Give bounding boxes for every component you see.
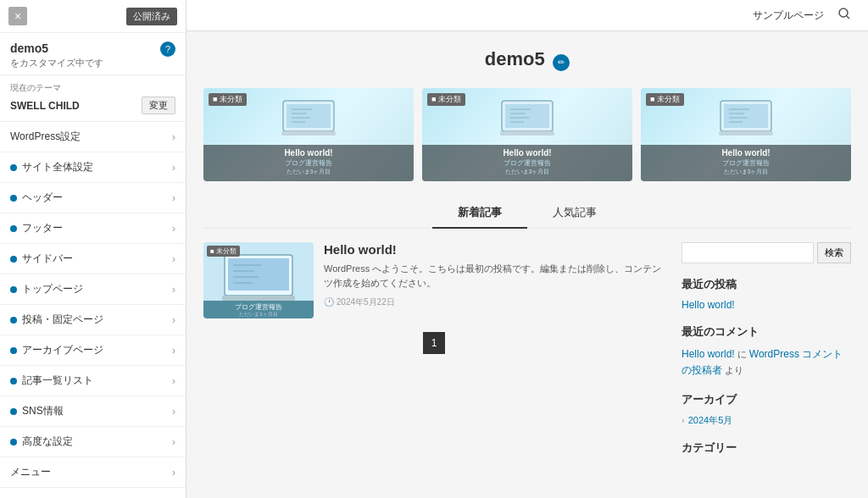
sidebar-item-label: WordPress設定 [10,130,81,144]
svg-text:ただいま3ヶ月目: ただいま3ヶ月目 [239,312,277,317]
sidebar-item-header[interactable]: ヘッダー › [0,183,186,213]
sidebar-item-article-list[interactable]: 記事一覧リスト › [0,366,186,396]
svg-rect-14 [500,131,554,136]
sidebar-item-footer[interactable]: フッター › [0,213,186,244]
sidebar-item-label: トップページ [22,282,83,296]
thumb-badge: ■ 未分類 [207,246,240,257]
slider-card-3[interactable]: ■ 未分類 Hello world! ブログ運営報告ただいま3ヶ月目 [641,88,851,181]
comment-post-link[interactable]: Hello world! [682,348,735,360]
sidebar-item-wordpress[interactable]: WordPress設定 › [0,122,186,152]
svg-rect-21 [719,131,773,136]
search-input[interactable] [682,242,814,263]
chevron-icon: › [172,131,175,143]
card-badge-1: ■ 未分類 [209,93,247,106]
card-title-1: Hello world! [207,148,410,158]
content-layout: ■ 未分類 ブロ [203,242,851,462]
chevron-icon: › [172,253,175,265]
help-icon[interactable]: ? [160,42,175,57]
site-title: demo5 [485,48,545,70]
clock-icon: 🕐 [324,297,334,307]
sidebar-item-label: 記事一覧リスト [22,374,93,388]
dot-icon [10,225,17,232]
svg-rect-20 [724,104,768,128]
dot-icon [10,378,17,385]
recent-post-link[interactable]: Hello world! [682,299,851,311]
sample-page-link[interactable]: サンプルページ [753,8,824,23]
site-info: ? demo5 をカスタマイズ中です [0,33,186,75]
topbar: サンプルページ [186,0,868,31]
theme-name: SWELL CHILD [10,100,80,112]
chevron-icon: › [172,406,175,418]
sidebar-item-label: 投稿・固定ページ [22,313,103,327]
preview-area: demo5 ✏ ■ 未分類 [186,31,868,498]
slider-card-1[interactable]: ■ 未分類 Hello world! ブログ運営報告ただいま [203,88,414,181]
sidebar-item-label: ヘッダー [22,191,63,205]
sidebar-item-widget[interactable]: ウィジェット › [0,488,186,498]
svg-point-3 [839,8,848,17]
card-text-box-3: Hello world! ブログ運営報告ただいま3ヶ月目 [641,145,851,181]
menu-section: WordPress設定 › サイト全体設定 › ヘッダー › フッター › [0,122,186,498]
dot-icon [10,317,17,324]
archive-arrow-icon: › [682,415,685,425]
change-theme-button[interactable]: 変更 [142,97,175,114]
site-name: demo5 [10,42,175,55]
dot-icon [10,256,17,263]
svg-rect-28 [228,258,289,290]
search-submit-button[interactable]: 検索 [817,242,851,263]
sidebar-item-label: フッター [22,221,63,235]
theme-row: SWELL CHILD 変更 [10,97,175,114]
dot-icon [10,347,17,354]
sidebar-item-label: 高度な設定 [22,434,73,449]
article-thumbnail: ■ 未分類 ブロ [203,242,314,318]
recent-comment-text: Hello world! に WordPress コメントの投稿者 より [682,346,851,379]
svg-text:ブログ運営報告: ブログ運営報告 [235,303,282,311]
tab-popular-articles[interactable]: 人気記事 [527,198,622,229]
article-card: ■ 未分類 ブロ [203,242,665,318]
sidebar-item-advanced[interactable]: 高度な設定 › [0,427,186,457]
sidebar-item-label: アーカイブページ [22,343,103,357]
archive-title: アーカイブ [682,392,851,407]
sidebar-item-label: サイドバー [22,252,73,266]
svg-rect-6 [287,104,331,128]
sidebar-item-label: SNS情報 [22,404,64,418]
tab-new-articles[interactable]: 新着記事 [432,198,527,229]
sidebar-item-archive[interactable]: アーカイブページ › [0,335,186,366]
article-date: 🕐 2024年5月22日 [324,296,665,308]
sidebar-item-sns[interactable]: SNS情報 › [0,396,186,427]
page-number-1[interactable]: 1 [423,332,445,354]
close-button[interactable]: × [8,7,27,25]
chevron-icon: › [172,467,175,479]
svg-rect-13 [505,104,549,128]
published-badge: 公開済み [126,8,177,25]
dot-icon [10,164,17,171]
svg-rect-29 [222,296,295,301]
card-text-box-2: Hello world! ブログ運営報告ただいま3ヶ月目 [422,145,632,181]
card-badge-2: ■ 未分類 [427,93,465,106]
chevron-icon: › [172,192,175,204]
chevron-icon: › [172,162,175,174]
sidebar-item-site-settings[interactable]: サイト全体設定 › [0,152,186,183]
search-button[interactable] [837,7,851,24]
recent-posts-title: 最近の投稿 [682,277,851,292]
archive-item[interactable]: › 2024年5月 [682,414,851,427]
sidebar-item-top-page[interactable]: トップページ › [0,274,186,305]
chevron-icon: › [172,375,175,387]
sidebar-item-sidebar[interactable]: サイドバー › [0,244,186,274]
slider-section: ■ 未分類 Hello world! ブログ運営報告ただいま [203,88,851,181]
search-widget: 検索 [682,242,851,263]
tabs-row: 新着記事 人気記事 [203,198,851,229]
article-title: Hello world! [324,242,665,257]
sidebar-item-menu[interactable]: メニュー › [0,457,186,488]
slider-card-2[interactable]: ■ 未分類 Hello world! ブログ運営報告ただいま3ヶ月目 [422,88,632,181]
site-title-area: demo5 ✏ [203,48,851,71]
svg-rect-7 [281,131,336,136]
main-column: ■ 未分類 ブロ [203,242,665,462]
recent-comments-title: 最近のコメント [682,324,851,340]
edit-icon[interactable]: ✏ [553,54,570,71]
card-title-3: Hello world! [644,148,848,158]
dot-icon [10,195,17,202]
article-content: Hello world! WordPress へようこそ。こちらは最初の投稿です… [324,242,665,318]
chevron-icon: › [172,436,175,448]
close-icon: × [14,9,21,23]
sidebar-item-post-page[interactable]: 投稿・固定ページ › [0,305,186,335]
